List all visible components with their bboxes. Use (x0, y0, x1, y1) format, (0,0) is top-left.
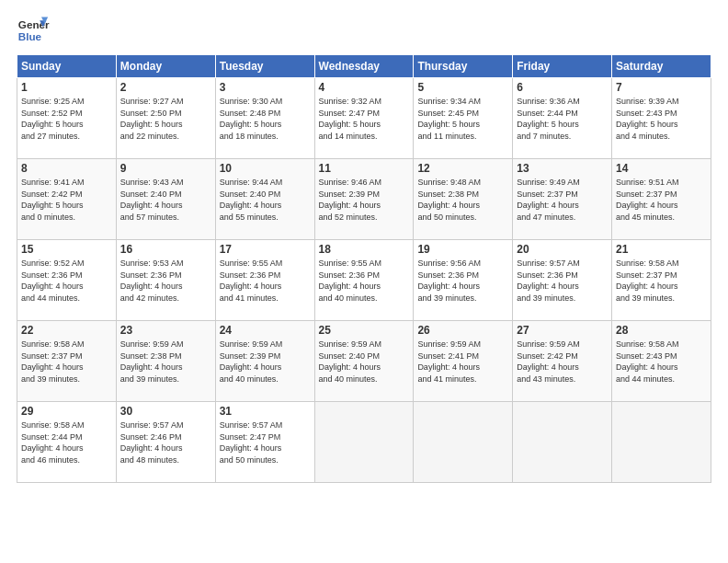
day-number: 16 (120, 243, 211, 256)
logo-icon: General Blue (17, 14, 50, 47)
calendar-cell: 7Sunrise: 9:39 AM Sunset: 2:43 PM Daylig… (612, 78, 711, 159)
cell-info: Sunrise: 9:46 AM Sunset: 2:39 PM Dayligh… (319, 177, 410, 223)
cell-info: Sunrise: 9:25 AM Sunset: 2:52 PM Dayligh… (21, 96, 112, 142)
svg-text:Blue: Blue (18, 30, 42, 42)
calendar-cell: 23Sunrise: 9:59 AM Sunset: 2:38 PM Dayli… (116, 321, 215, 402)
calendar-cell: 3Sunrise: 9:30 AM Sunset: 2:48 PM Daylig… (215, 78, 314, 159)
calendar-cell: 21Sunrise: 9:58 AM Sunset: 2:37 PM Dayli… (612, 240, 711, 321)
calendar-header-friday: Friday (513, 55, 612, 78)
calendar-cell: 19Sunrise: 9:56 AM Sunset: 2:36 PM Dayli… (414, 240, 513, 321)
day-number: 6 (517, 81, 608, 94)
calendar-cell: 1Sunrise: 9:25 AM Sunset: 2:52 PM Daylig… (17, 78, 117, 159)
calendar-cell: 11Sunrise: 9:46 AM Sunset: 2:39 PM Dayli… (314, 159, 414, 240)
day-number: 15 (21, 243, 112, 256)
day-number: 8 (21, 162, 112, 175)
cell-info: Sunrise: 9:55 AM Sunset: 2:36 PM Dayligh… (220, 258, 311, 304)
cell-info: Sunrise: 9:57 AM Sunset: 2:47 PM Dayligh… (220, 419, 311, 465)
calendar-header-sunday: Sunday (17, 55, 117, 78)
day-number: 4 (319, 81, 410, 94)
cell-info: Sunrise: 9:56 AM Sunset: 2:36 PM Dayligh… (417, 258, 508, 304)
day-number: 14 (616, 162, 707, 175)
day-number: 5 (417, 81, 508, 94)
cell-info: Sunrise: 9:59 AM Sunset: 2:39 PM Dayligh… (220, 339, 311, 385)
cell-info: Sunrise: 9:27 AM Sunset: 2:50 PM Dayligh… (120, 96, 211, 142)
cell-info: Sunrise: 9:34 AM Sunset: 2:45 PM Dayligh… (417, 96, 508, 142)
calendar-header-tuesday: Tuesday (215, 55, 314, 78)
day-number: 2 (120, 81, 211, 94)
calendar-cell: 25Sunrise: 9:59 AM Sunset: 2:40 PM Dayli… (314, 321, 414, 402)
day-number: 1 (21, 81, 112, 94)
day-number: 9 (120, 162, 211, 175)
day-number: 31 (220, 405, 311, 418)
day-number: 26 (417, 324, 508, 337)
calendar-cell: 16Sunrise: 9:53 AM Sunset: 2:36 PM Dayli… (116, 240, 215, 321)
cell-info: Sunrise: 9:48 AM Sunset: 2:38 PM Dayligh… (417, 177, 508, 223)
calendar-cell: 24Sunrise: 9:59 AM Sunset: 2:39 PM Dayli… (215, 321, 314, 402)
calendar-cell: 14Sunrise: 9:51 AM Sunset: 2:37 PM Dayli… (612, 159, 711, 240)
calendar-cell: 5Sunrise: 9:34 AM Sunset: 2:45 PM Daylig… (414, 78, 513, 159)
day-number: 12 (417, 162, 508, 175)
day-number: 24 (220, 324, 311, 337)
calendar-week-row: 8Sunrise: 9:41 AM Sunset: 2:42 PM Daylig… (17, 159, 711, 240)
cell-info: Sunrise: 9:55 AM Sunset: 2:36 PM Dayligh… (319, 258, 410, 304)
calendar-week-row: 29Sunrise: 9:58 AM Sunset: 2:44 PM Dayli… (17, 402, 711, 483)
calendar-cell: 27Sunrise: 9:59 AM Sunset: 2:42 PM Dayli… (513, 321, 612, 402)
calendar-cell: 20Sunrise: 9:57 AM Sunset: 2:36 PM Dayli… (513, 240, 612, 321)
cell-info: Sunrise: 9:58 AM Sunset: 2:44 PM Dayligh… (21, 419, 112, 465)
calendar-cell: 2Sunrise: 9:27 AM Sunset: 2:50 PM Daylig… (116, 78, 215, 159)
calendar-cell (414, 402, 513, 483)
day-number: 22 (21, 324, 112, 337)
cell-info: Sunrise: 9:32 AM Sunset: 2:47 PM Dayligh… (319, 96, 410, 142)
calendar-cell: 26Sunrise: 9:59 AM Sunset: 2:41 PM Dayli… (414, 321, 513, 402)
day-number: 25 (319, 324, 410, 337)
cell-info: Sunrise: 9:30 AM Sunset: 2:48 PM Dayligh… (220, 96, 311, 142)
calendar-cell: 31Sunrise: 9:57 AM Sunset: 2:47 PM Dayli… (215, 402, 314, 483)
cell-info: Sunrise: 9:59 AM Sunset: 2:41 PM Dayligh… (417, 339, 508, 385)
day-number: 23 (120, 324, 211, 337)
logo: General Blue (17, 14, 53, 47)
cell-info: Sunrise: 9:52 AM Sunset: 2:36 PM Dayligh… (21, 258, 112, 304)
calendar-table: SundayMondayTuesdayWednesdayThursdayFrid… (17, 54, 711, 483)
cell-info: Sunrise: 9:58 AM Sunset: 2:43 PM Dayligh… (616, 339, 707, 385)
calendar-cell: 17Sunrise: 9:55 AM Sunset: 2:36 PM Dayli… (215, 240, 314, 321)
day-number: 13 (517, 162, 608, 175)
day-number: 30 (120, 405, 211, 418)
calendar-cell: 8Sunrise: 9:41 AM Sunset: 2:42 PM Daylig… (17, 159, 117, 240)
calendar-cell: 4Sunrise: 9:32 AM Sunset: 2:47 PM Daylig… (314, 78, 414, 159)
cell-info: Sunrise: 9:51 AM Sunset: 2:37 PM Dayligh… (616, 177, 707, 223)
day-number: 19 (417, 243, 508, 256)
cell-info: Sunrise: 9:39 AM Sunset: 2:43 PM Dayligh… (616, 96, 707, 142)
day-number: 3 (220, 81, 311, 94)
day-number: 17 (220, 243, 311, 256)
calendar-cell: 29Sunrise: 9:58 AM Sunset: 2:44 PM Dayli… (17, 402, 117, 483)
calendar-cell: 6Sunrise: 9:36 AM Sunset: 2:44 PM Daylig… (513, 78, 612, 159)
calendar-cell: 13Sunrise: 9:49 AM Sunset: 2:37 PM Dayli… (513, 159, 612, 240)
cell-info: Sunrise: 9:53 AM Sunset: 2:36 PM Dayligh… (120, 258, 211, 304)
cell-info: Sunrise: 9:59 AM Sunset: 2:38 PM Dayligh… (120, 339, 211, 385)
calendar-cell: 15Sunrise: 9:52 AM Sunset: 2:36 PM Dayli… (17, 240, 117, 321)
calendar-header-monday: Monday (116, 55, 215, 78)
day-number: 11 (319, 162, 410, 175)
calendar-cell: 30Sunrise: 9:57 AM Sunset: 2:46 PM Dayli… (116, 402, 215, 483)
cell-info: Sunrise: 9:44 AM Sunset: 2:40 PM Dayligh… (220, 177, 311, 223)
cell-info: Sunrise: 9:49 AM Sunset: 2:37 PM Dayligh… (517, 177, 608, 223)
cell-info: Sunrise: 9:36 AM Sunset: 2:44 PM Dayligh… (517, 96, 608, 142)
calendar-header-wednesday: Wednesday (314, 55, 414, 78)
page-container: General Blue SundayMondayTuesdayWednesda… (0, 0, 728, 563)
day-number: 21 (616, 243, 707, 256)
calendar-week-row: 1Sunrise: 9:25 AM Sunset: 2:52 PM Daylig… (17, 78, 711, 159)
cell-info: Sunrise: 9:57 AM Sunset: 2:46 PM Dayligh… (120, 419, 211, 465)
calendar-cell: 10Sunrise: 9:44 AM Sunset: 2:40 PM Dayli… (215, 159, 314, 240)
day-number: 18 (319, 243, 410, 256)
day-number: 7 (616, 81, 707, 94)
calendar-cell (612, 402, 711, 483)
calendar-header-row: SundayMondayTuesdayWednesdayThursdayFrid… (17, 55, 711, 78)
cell-info: Sunrise: 9:43 AM Sunset: 2:40 PM Dayligh… (120, 177, 211, 223)
calendar-header-thursday: Thursday (414, 55, 513, 78)
cell-info: Sunrise: 9:41 AM Sunset: 2:42 PM Dayligh… (21, 177, 112, 223)
cell-info: Sunrise: 9:59 AM Sunset: 2:42 PM Dayligh… (517, 339, 608, 385)
calendar-week-row: 22Sunrise: 9:58 AM Sunset: 2:37 PM Dayli… (17, 321, 711, 402)
day-number: 10 (220, 162, 311, 175)
calendar-cell: 28Sunrise: 9:58 AM Sunset: 2:43 PM Dayli… (612, 321, 711, 402)
calendar-cell: 18Sunrise: 9:55 AM Sunset: 2:36 PM Dayli… (314, 240, 414, 321)
